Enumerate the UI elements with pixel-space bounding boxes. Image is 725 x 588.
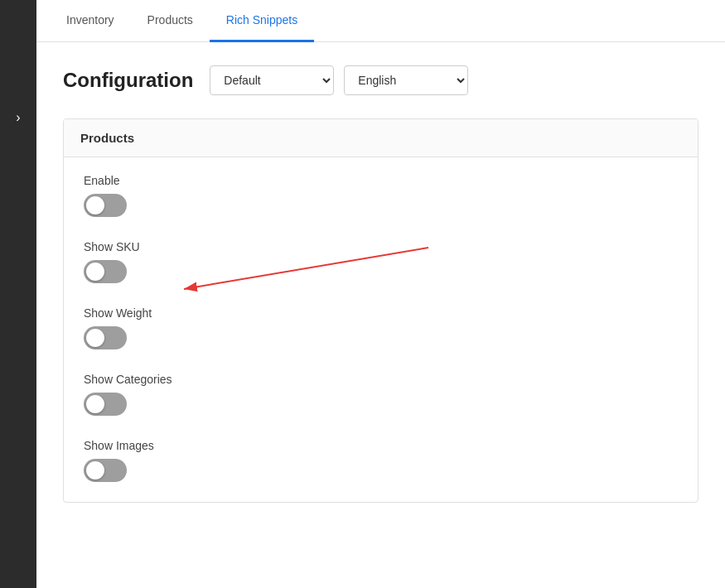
- enable-label: Enable: [84, 174, 678, 187]
- config-selects: Default Store 1 English French German: [210, 65, 468, 95]
- content-area: Configuration Default Store 1 English Fr…: [36, 42, 725, 588]
- tab-bar: Inventory Products Rich Snippets: [36, 0, 725, 42]
- show-categories-label: Show Categories: [84, 373, 678, 386]
- enable-toggle[interactable]: [84, 194, 127, 217]
- tab-products[interactable]: Products: [131, 0, 210, 42]
- show-weight-toggle[interactable]: [84, 326, 127, 349]
- products-section-card: Products Enable Show S: [63, 118, 698, 503]
- tab-rich-snippets[interactable]: Rich Snippets: [210, 0, 314, 42]
- show-images-toggle[interactable]: [84, 459, 127, 482]
- scope-select[interactable]: Default Store 1: [210, 65, 334, 95]
- show-weight-toggle-row: Show Weight: [84, 306, 678, 353]
- config-header: Configuration Default Store 1 English Fr…: [63, 65, 698, 95]
- products-section-header: Products: [64, 119, 698, 157]
- show-categories-toggle[interactable]: [84, 393, 127, 416]
- enable-toggle-row: Enable: [84, 174, 678, 220]
- sidebar: ›: [0, 0, 36, 588]
- show-categories-toggle-row: Show Categories: [84, 373, 678, 419]
- language-select[interactable]: English French German: [344, 65, 468, 95]
- show-images-toggle-row: Show Images: [84, 439, 678, 485]
- show-sku-toggle[interactable]: [84, 260, 127, 283]
- config-title: Configuration: [63, 69, 193, 92]
- sidebar-toggle-button[interactable]: ›: [8, 108, 28, 128]
- chevron-right-icon: ›: [16, 110, 20, 125]
- show-weight-label: Show Weight: [84, 306, 678, 320]
- show-sku-label: Show SKU: [84, 240, 678, 253]
- show-sku-toggle-row: Show SKU: [84, 240, 678, 287]
- show-images-label: Show Images: [84, 439, 678, 452]
- section-body: Enable Show SKU: [64, 157, 698, 502]
- main-content: Inventory Products Rich Snippets Configu…: [36, 0, 725, 588]
- tab-inventory[interactable]: Inventory: [50, 0, 131, 42]
